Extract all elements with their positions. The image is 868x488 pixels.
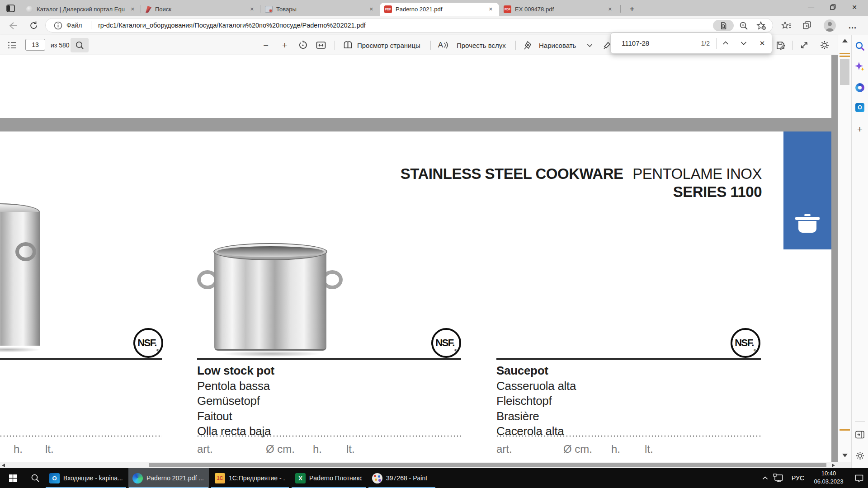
omnibox[interactable]: Файл rp-dc1/Каталоги_оборудования/Посуда…	[45, 18, 773, 33]
edge-icon	[132, 473, 143, 483]
favorites-button[interactable]	[778, 16, 794, 35]
tab-search[interactable]: Поиск ✕	[141, 3, 260, 16]
tab-favicon	[146, 6, 151, 13]
page-number-input[interactable]	[25, 39, 45, 51]
sidebar-divider	[855, 421, 865, 422]
column-rule	[197, 358, 461, 360]
read-aloud-button[interactable]: A	[435, 35, 452, 55]
info-icon	[54, 21, 62, 30]
scroll-right-arrow[interactable]	[832, 464, 835, 467]
back-button[interactable]	[5, 16, 21, 35]
chevron-up-icon	[722, 41, 729, 45]
copilot-discover-button[interactable]	[852, 60, 868, 74]
tab-close-icon[interactable]: ✕	[487, 5, 495, 13]
pdf-viewport[interactable]: STAINLESS STEEL COOKWARE PENTOLAME INOX …	[0, 55, 838, 462]
find-close-button[interactable]: ✕	[753, 39, 772, 47]
find-result-tick	[840, 53, 850, 54]
collections-icon	[802, 21, 812, 30]
window-minimize-button[interactable]: —	[800, 0, 822, 14]
sidebar-settings-button[interactable]	[852, 448, 868, 463]
taskbar-app-edge-pdf[interactable]: Paderno 2021.pdf ...	[128, 468, 209, 488]
collections-button[interactable]	[799, 16, 815, 35]
read-aloud-label[interactable]: Прочесть вслух	[457, 35, 506, 55]
taskbar-app-paint[interactable]: 397268 - Paint	[368, 468, 436, 488]
zoom-in-button[interactable]: +	[277, 35, 293, 55]
window-restore-button[interactable]	[822, 0, 844, 14]
fullscreen-button[interactable]	[796, 35, 813, 55]
taskbar-app-label: 397268 - Paint	[386, 474, 427, 482]
scroll-left-arrow[interactable]	[2, 464, 5, 467]
nsf-logo: NSF.®	[133, 328, 163, 358]
series-blue-tab	[783, 131, 831, 249]
tray-language-button[interactable]: РУС	[788, 468, 807, 488]
find-next-button[interactable]	[735, 41, 753, 45]
action-center-button[interactable]	[851, 468, 867, 488]
page-view-button[interactable]	[340, 35, 355, 55]
save-edit-icon	[776, 41, 786, 50]
page-view-label[interactable]: Просмотр страницы	[357, 35, 420, 55]
spec-header: art.	[496, 443, 512, 455]
tab-bar: Каталог | Дилерский портал Equ ✕ Поиск ✕…	[0, 0, 868, 16]
find-on-page-chip[interactable]	[713, 20, 734, 31]
scroll-down-arrow[interactable]	[842, 454, 848, 457]
open-panel-icon	[855, 431, 864, 439]
browser-menu-button[interactable]: …	[844, 16, 861, 35]
sidebar-add-button[interactable]: +	[852, 122, 868, 136]
horizontal-scrollbar[interactable]	[0, 462, 838, 468]
site-info-button[interactable]	[52, 16, 64, 35]
scroll-up-arrow[interactable]	[842, 39, 848, 42]
tray-clock[interactable]: 10:40 06.03.2023	[808, 470, 849, 487]
scrollbar-thumb[interactable]	[840, 59, 849, 85]
tray-show-hidden-button[interactable]	[760, 468, 770, 488]
find-previous-button[interactable]	[717, 41, 735, 45]
taskbar-app-1c[interactable]: 1С 1С:Предприятие - ...	[211, 468, 289, 488]
table-of-contents-icon	[8, 41, 17, 49]
taskbar-search-button[interactable]	[26, 468, 44, 488]
tab-paderno-pdf-active[interactable]: PDF Paderno 2021.pdf ✕	[380, 3, 499, 16]
hscrollbar-thumb[interactable]	[149, 463, 826, 467]
draw-label[interactable]: Нарисовать	[539, 35, 576, 55]
fit-to-width-icon	[316, 41, 326, 50]
tab-close-icon[interactable]: ✕	[129, 5, 137, 13]
save-button[interactable]	[772, 35, 789, 55]
zoom-out-button[interactable]: −	[258, 35, 274, 55]
find-bar: 11107-28 1/2 ✕	[610, 33, 772, 54]
draw-button[interactable]	[520, 35, 535, 55]
dotted-rule	[197, 435, 461, 437]
tab-dealer-portal[interactable]: Каталог | Дилерский портал Equ ✕	[22, 3, 141, 16]
dotted-rule	[496, 435, 761, 437]
product-translation: Casseruola alta	[496, 379, 576, 393]
tab-close-icon[interactable]: ✕	[606, 5, 614, 13]
new-tab-button[interactable]: +	[626, 3, 638, 15]
vertical-tabs-icon	[6, 5, 15, 12]
refresh-button[interactable]	[25, 16, 42, 35]
pdf-search-button[interactable]	[71, 38, 89, 52]
tab-close-icon[interactable]: ✕	[248, 5, 256, 13]
taskbar-app-outlook[interactable]: O Входящие - kapina...	[45, 468, 127, 488]
rotate-button[interactable]	[295, 35, 311, 55]
draw-dropdown-chevron[interactable]	[583, 35, 596, 55]
start-button[interactable]	[4, 468, 22, 488]
tab-title: Товары	[276, 6, 364, 13]
tab-ex-pdf[interactable]: PDF EX 009478.pdf ✕	[499, 3, 618, 16]
outlook-button[interactable]: O	[852, 100, 868, 115]
vertical-scrollbar[interactable]	[838, 35, 851, 462]
tab-close-icon[interactable]: ✕	[368, 5, 375, 13]
pdf-settings-button[interactable]	[816, 35, 834, 55]
taskbar-app-label: Paderno 2021.pdf ...	[146, 474, 204, 482]
find-query[interactable]: 11107-28	[622, 39, 701, 47]
tab-goods[interactable]: Товары ✕	[260, 3, 380, 16]
window-close-button[interactable]: ✕	[844, 0, 865, 14]
url-text[interactable]: rp-dc1/Каталоги_оборудования/Посуда/Ката…	[98, 22, 699, 29]
pdf-toc-button[interactable]	[4, 35, 21, 55]
profile-avatar[interactable]	[824, 19, 836, 32]
microsoft365-button[interactable]	[852, 80, 868, 95]
tray-network-button[interactable]	[771, 468, 786, 488]
bing-search-button[interactable]	[852, 39, 868, 53]
sidebar-panel-button[interactable]	[852, 427, 868, 442]
search-icon	[75, 41, 84, 50]
tab-title: Поиск	[155, 6, 245, 13]
fit-width-button[interactable]	[313, 35, 329, 55]
tab-layout-button[interactable]	[5, 3, 16, 13]
taskbar-app-excel[interactable]: X Paderno Плотнико...	[291, 468, 366, 488]
